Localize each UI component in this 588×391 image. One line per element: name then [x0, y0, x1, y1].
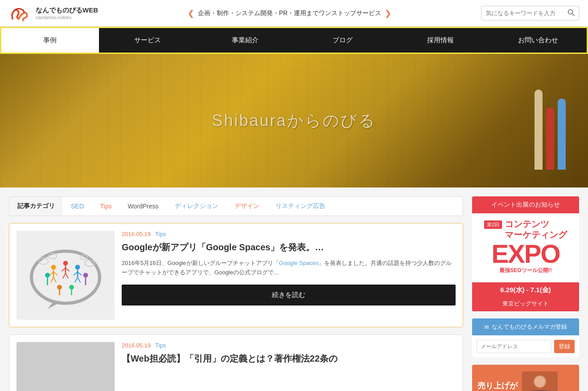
logo-text: なんでものびるWEB nandemo-nobiru — [36, 6, 98, 20]
svg-point-24 — [45, 273, 50, 278]
site-name: なんでものびるWEB — [36, 6, 98, 15]
newsletter-title: ✉ なんでものびるメルマガ登録 — [472, 318, 579, 335]
nav-item-blog[interactable]: ブログ — [294, 28, 391, 53]
main-content: 記事カテゴリ SEO Tips WordPress ディレクション デザイン リ… — [0, 187, 588, 391]
svg-point-37 — [535, 376, 545, 387]
hero-decoration — [535, 72, 566, 170]
article-date-1: 2016.05.19 — [122, 231, 151, 237]
nav-item-about[interactable]: 事業紹介 — [197, 28, 294, 53]
event-title: イベント出展のお知らせ — [472, 196, 579, 213]
logo-area: なんでものびるWEB nandemo-nobiru — [9, 4, 98, 22]
nav-bar: 事例 サービス 事業紹介 ブログ 採用情報 お問い合わせ — [0, 27, 588, 54]
hero-banner: Shibauraからのびる — [0, 54, 588, 187]
newsletter-submit-button[interactable]: 登録 — [554, 340, 575, 353]
nav-item-contact[interactable]: お問い合わせ — [489, 28, 587, 53]
expo-venue: 東京ビッグサイト — [472, 298, 579, 311]
search-button[interactable] — [564, 6, 578, 20]
sidebar-newsletter: ✉ なんでものびるメルマガ登録 登録 — [472, 318, 579, 358]
hero-text: Shibauraからのびる — [212, 110, 376, 132]
cat-tab-direction[interactable]: ディレクション — [167, 197, 226, 216]
svg-point-26 — [69, 285, 74, 290]
svg-line-1 — [572, 14, 575, 16]
expo-banner: 第2回 コンテンツ マーケティング EXPO 最強SEOツール公開!! — [472, 213, 579, 282]
ad-text-block: 売り上げが のびる — [477, 380, 518, 391]
read-more-button-1[interactable]: 続きを読む — [122, 285, 456, 305]
content-left: 記事カテゴリ SEO Tips WordPress ディレクション デザイン リ… — [9, 196, 463, 391]
header-tagline: ❮ 企画・制作・システム開発・PR・運用までワンストップサービス ❯ — [98, 8, 481, 18]
nav-item-careers[interactable]: 採用情報 — [391, 28, 489, 53]
header: なんでものびるWEB nandemo-nobiru ❮ 企画・制作・システム開発… — [0, 0, 588, 27]
newsletter-email-input[interactable] — [477, 340, 551, 353]
newsletter-title-text: なんでものびるメルマガ登録 — [492, 323, 567, 331]
cat-tab-listing[interactable]: リスティング広告 — [267, 197, 333, 216]
svg-line-20 — [51, 277, 53, 283]
svg-point-16 — [51, 265, 56, 270]
svg-line-9 — [66, 273, 68, 279]
svg-line-14 — [75, 277, 78, 283]
mail-icon: ✉ — [484, 324, 489, 330]
svg-point-10 — [75, 265, 80, 270]
sidebar-ad: 売り上げが のびる — [472, 365, 579, 391]
expo-main: EXPO — [477, 241, 574, 267]
article-category-1: Tips — [155, 231, 166, 237]
cat-tab-tips[interactable]: Tips — [92, 197, 120, 215]
article-meta-1: 2016.05.19 Tips — [122, 231, 456, 237]
search-input[interactable] — [481, 7, 564, 19]
nav-item-services[interactable]: サービス — [99, 28, 197, 53]
decor-stick-blue — [558, 98, 566, 170]
article-title-1: Googleが新アプリ「Google Spaces」を発表。… — [122, 241, 456, 253]
decor-stick-beige — [535, 90, 543, 170]
nav-item-cases[interactable]: 事例 — [1, 28, 99, 53]
category-tabs: 記事カテゴリ SEO Tips WordPress ディレクション デザイン リ… — [9, 196, 463, 216]
ad-line1: 売り上げが — [477, 380, 518, 391]
expo-date: 6.29(水) - 7.1(金) — [472, 282, 579, 298]
expo-title-block: コンテンツ マーケティング — [505, 219, 567, 240]
ad-person-image — [522, 371, 558, 391]
tagline-text: 企画・制作・システム開発・PR・運用までワンストップサービス — [198, 9, 381, 17]
header-search — [481, 6, 579, 20]
expo-badge: 第2回 — [484, 220, 502, 229]
cat-tab-wordpress[interactable]: WordPress — [120, 197, 167, 215]
cat-tab-all[interactable]: 記事カテゴリ — [9, 197, 63, 216]
article-card-2: 2016.05.19 Tips 【Web担必読】「引用」の定義とは？著作権法22… — [9, 334, 463, 391]
sidebar-event: イベント出展のお知らせ 第2回 コンテンツ マーケティング EXPO 最強SEO… — [472, 196, 579, 311]
svg-point-4 — [63, 261, 68, 266]
article-image-1 — [25, 235, 106, 315]
chevron-left-icon: ❮ — [188, 8, 194, 18]
svg-line-8 — [63, 273, 66, 279]
article-title-2: 【Web担必読】「引用」の定義とは？著作権法22条の — [122, 352, 456, 365]
article-date-2: 2016.05.19 — [122, 342, 151, 349]
expo-title-line2: マーケティング — [505, 229, 567, 240]
article-meta-2: 2016.05.19 Tips — [122, 342, 456, 349]
article-thumb-2 — [16, 342, 115, 391]
article-category-2: Tips — [155, 342, 166, 349]
article-excerpt-1: 2016年5月16日、Googleが新しいグループチャットアプリ「Google … — [122, 259, 456, 277]
cat-tab-seo[interactable]: SEO — [63, 197, 92, 215]
svg-point-2 — [32, 251, 100, 303]
svg-point-28 — [57, 285, 62, 290]
decor-stick-red — [546, 107, 554, 170]
article-thumb-1 — [16, 231, 115, 320]
chevron-right-icon: ❯ — [385, 8, 391, 18]
person-icon — [526, 374, 553, 391]
svg-line-7 — [66, 268, 70, 271]
svg-point-22 — [83, 273, 88, 278]
sidebar: イベント出展のお知らせ 第2回 コンテンツ マーケティング EXPO 最強SEO… — [472, 196, 579, 391]
article-body-2: 2016.05.19 Tips 【Web担必読】「引用」の定義とは？著作権法22… — [122, 342, 456, 391]
expo-title-line1: コンテンツ — [505, 219, 567, 229]
logo-icon — [9, 4, 31, 22]
search-icon — [567, 9, 575, 16]
svg-line-6 — [62, 268, 66, 271]
svg-line-15 — [78, 277, 80, 283]
site-url: nandemo-nobiru — [36, 15, 98, 20]
newsletter-form: 登録 — [472, 335, 579, 358]
article-body-1: 2016.05.19 Tips Googleが新アプリ「Google Space… — [122, 231, 456, 320]
article-link-1[interactable]: Google Spaces — [279, 260, 319, 266]
svg-line-21 — [53, 277, 56, 283]
cat-tab-design[interactable]: デザイン — [226, 197, 267, 216]
article-card-1: 2016.05.19 Tips Googleが新アプリ「Google Space… — [9, 223, 463, 327]
